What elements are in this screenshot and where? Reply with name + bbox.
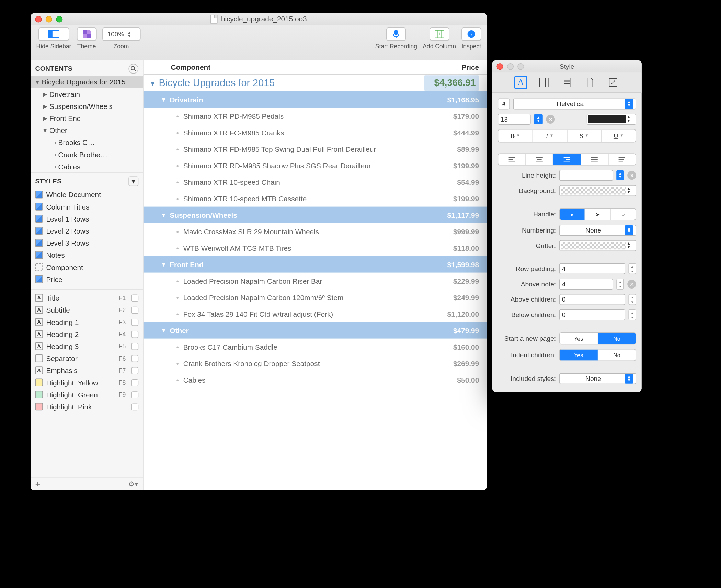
search-icon[interactable]	[128, 64, 138, 74]
style-checkbox[interactable]	[131, 330, 138, 338]
disclosure-icon[interactable]: ▼	[42, 127, 48, 133]
sidebar-gear-icon[interactable]: ⚙▾	[128, 480, 138, 488]
align-center-button[interactable]	[526, 154, 553, 165]
column-component[interactable]: Component	[171, 63, 424, 71]
included-styles-select[interactable]: None▲▼	[559, 373, 636, 384]
disclosure-icon[interactable]: ▼	[160, 212, 168, 218]
style-row[interactable]: Component	[31, 261, 143, 273]
style-checkbox[interactable]	[131, 403, 138, 410]
style-checkbox[interactable]	[131, 318, 138, 326]
start-recording-button[interactable]	[386, 27, 406, 41]
style-row[interactable]: Level 2 Rows	[31, 225, 143, 237]
tree-row[interactable]: •Cables	[31, 160, 143, 172]
outline-row[interactable]: •Shimano XTR 10-speed Chain$54.99	[144, 174, 487, 190]
line-height-input[interactable]	[559, 170, 613, 181]
text-color-well[interactable]: ▲▼	[587, 114, 636, 125]
tab-outline-icon[interactable]	[560, 76, 573, 89]
outline-row[interactable]: •Shimano XTR RD-M985 Shadow Plus SGS Rea…	[144, 157, 487, 174]
style-row[interactable]: AEmphasisF7	[31, 364, 143, 376]
style-checkbox[interactable]	[131, 367, 138, 374]
above-note-stepper[interactable]: ▲▼	[616, 279, 624, 290]
add-style-button[interactable]: +	[35, 479, 40, 489]
align-left-button[interactable]	[498, 154, 526, 165]
outline-row[interactable]: ▼Bicycle Upgrades for 2015$4,366.91	[144, 75, 487, 91]
style-row[interactable]: ASubtitleF2	[31, 304, 143, 316]
style-row[interactable]: Highlight: GreenF9	[31, 388, 143, 400]
below-children-stepper[interactable]: ▲▼	[628, 309, 636, 320]
outline-row[interactable]: •Shimano XTR FC-M985 Cranks$444.99	[144, 124, 487, 141]
style-row[interactable]: Notes	[31, 249, 143, 261]
style-row[interactable]: Whole Document	[31, 189, 143, 201]
italic-button[interactable]: I▼	[533, 130, 567, 142]
style-row[interactable]: SeparatorF6	[31, 352, 143, 364]
tab-document-icon[interactable]	[583, 76, 596, 89]
style-row[interactable]: AHeading 2F4	[31, 328, 143, 340]
style-checkbox[interactable]	[131, 294, 138, 302]
disclosure-icon[interactable]: ▶	[42, 103, 48, 109]
tab-columns-icon[interactable]	[537, 76, 550, 89]
theme-button[interactable]	[77, 27, 96, 41]
style-row[interactable]: Price	[31, 273, 143, 285]
row-padding-input[interactable]: 4	[559, 263, 625, 274]
disclosure-icon[interactable]: ▼	[149, 79, 157, 87]
line-height-stepper[interactable]: ▲▼	[616, 170, 624, 180]
tree-row[interactable]: ▶Front End	[31, 112, 143, 124]
tree-row[interactable]: ▼Bicycle Upgrades for 2015	[31, 76, 143, 88]
outline-row[interactable]: •Loaded Precision Napalm Carbon 120mm/6º…	[144, 289, 487, 306]
outline-row[interactable]: •Brooks C17 Cambium Saddle$160.00	[144, 339, 487, 355]
style-row[interactable]: Highlight: YellowF8	[31, 376, 143, 388]
tab-style-icon[interactable]: A	[514, 76, 527, 89]
start-page-no[interactable]: No	[598, 333, 636, 344]
style-row[interactable]: AHeading 3F5	[31, 340, 143, 352]
outline-row[interactable]: ▼Suspension/Wheels$1,117.99	[144, 207, 487, 223]
style-checkbox[interactable]	[131, 343, 138, 350]
style-row[interactable]: Column Titles	[31, 201, 143, 213]
indent-children-no[interactable]: No	[598, 350, 636, 361]
outline-row[interactable]: ▼Front End$1,599.98	[144, 256, 487, 273]
window-close-button[interactable]	[35, 16, 42, 22]
above-children-stepper[interactable]: ▲▼	[628, 294, 636, 305]
column-price[interactable]: Price	[424, 63, 479, 71]
numbering-select[interactable]: None▲▼	[559, 225, 636, 236]
strikethrough-button[interactable]: S▼	[567, 130, 602, 142]
outline-row[interactable]: •Shimano XTR FD-M985 Top Swing Dual Pull…	[144, 141, 487, 157]
clear-font-size-button[interactable]: ✕	[546, 115, 555, 124]
outline-row[interactable]: •Crank Brothers Kronolog Dropper Seatpos…	[144, 355, 487, 372]
style-row[interactable]: Level 1 Rows	[31, 213, 143, 225]
styles-menu-button[interactable]: ▾	[128, 177, 138, 186]
above-children-input[interactable]: 0	[559, 294, 625, 305]
tree-row[interactable]: ▶Drivetrain	[31, 88, 143, 100]
handle-arrow-button[interactable]: ➤	[585, 209, 611, 220]
style-row[interactable]: ATitleF1	[31, 292, 143, 304]
font-size-stepper[interactable]: ▲▼	[534, 114, 543, 124]
row-padding-stepper[interactable]: ▲▼	[628, 263, 636, 274]
gutter-color-well[interactable]: ▲▼	[559, 240, 636, 251]
inspector-close-button[interactable]	[496, 63, 503, 69]
disclosure-icon[interactable]: ▼	[160, 96, 168, 103]
outline-row[interactable]: •Shimano XTR PD-M985 Pedals$179.00	[144, 108, 487, 124]
tree-row[interactable]: •Crank Brothe…	[31, 148, 143, 160]
style-row[interactable]: AHeading 1F3	[31, 316, 143, 328]
outline-row[interactable]: •Cables$50.00	[144, 372, 487, 388]
outline-row[interactable]: •Shimano XTR 10-speed MTB Cassette$199.9…	[144, 190, 487, 207]
handle-disclosure-button[interactable]: ▸	[560, 209, 585, 220]
outline-row[interactable]: ▼Drivetrain$1,168.95	[144, 91, 487, 108]
window-zoom-button[interactable]	[56, 16, 62, 22]
zoom-select[interactable]: 100% ▲▼	[102, 27, 140, 41]
tree-row[interactable]: ▶Suspension/Wheels	[31, 100, 143, 112]
tree-row[interactable]: ▼Other	[31, 124, 143, 136]
outline-row[interactable]: •Loaded Precision Napalm Carbon Riser Ba…	[144, 273, 487, 289]
background-color-well[interactable]: ▲▼	[559, 185, 636, 196]
style-checkbox[interactable]	[131, 379, 138, 386]
style-checkbox[interactable]	[131, 306, 138, 314]
outline-row[interactable]: •Fox 34 Talas 29 140 Fit Ctd w/trail adj…	[144, 306, 487, 322]
tab-size-icon[interactable]	[606, 76, 619, 89]
hide-sidebar-button[interactable]	[38, 27, 69, 41]
above-note-input[interactable]: 4	[559, 279, 613, 290]
clear-line-height-button[interactable]: ✕	[627, 171, 636, 180]
font-family-select[interactable]: Helvetica ▲▼	[513, 98, 636, 109]
tree-row[interactable]: •Brooks C…	[31, 136, 143, 148]
style-checkbox[interactable]	[131, 355, 138, 362]
handle-circle-button[interactable]: ○	[611, 209, 636, 220]
disclosure-icon[interactable]: ▼	[34, 79, 41, 85]
